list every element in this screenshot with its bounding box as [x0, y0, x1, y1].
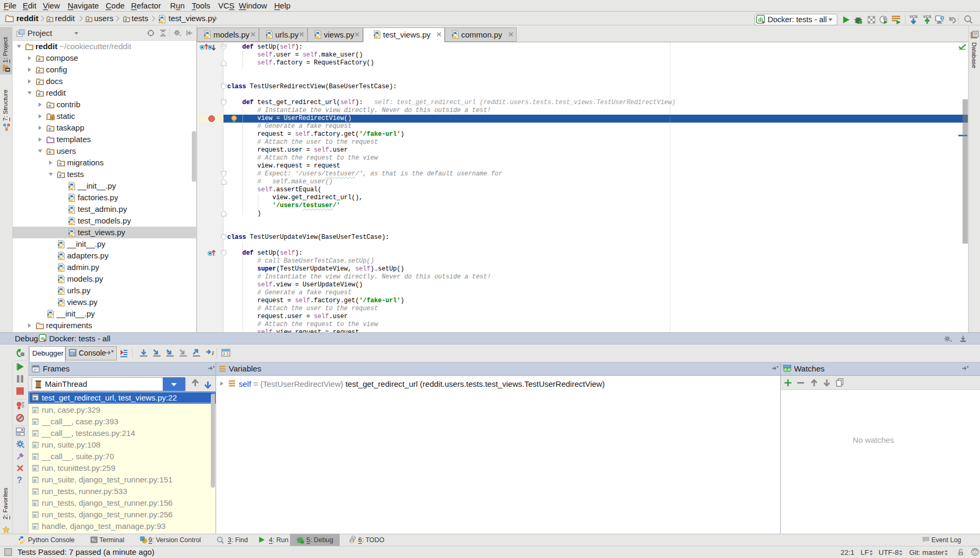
svg-text:VCS: VCS	[909, 14, 917, 19]
svg-text:I: I	[211, 350, 214, 356]
svg-text:di: di	[758, 17, 763, 23]
